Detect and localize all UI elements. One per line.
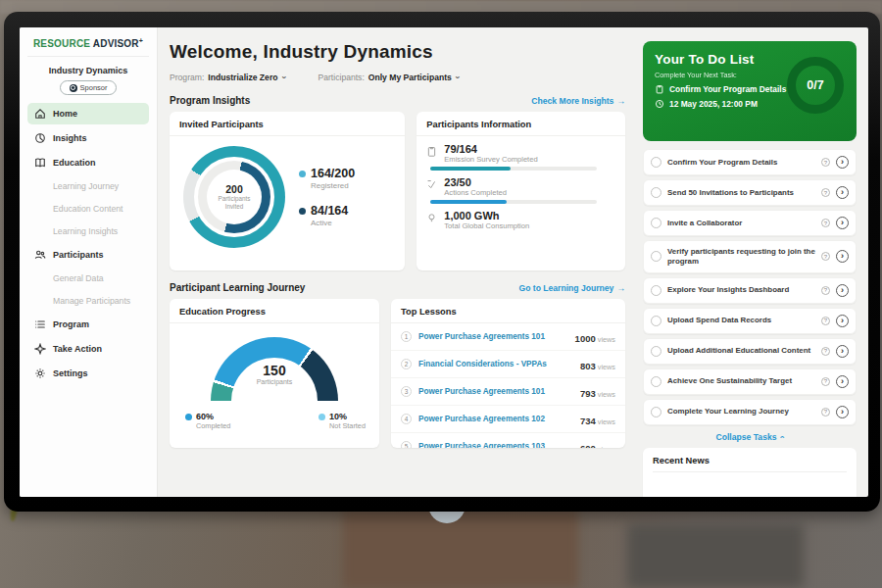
dashboard-screen: RESOURCE ADVISOR+ Industry Dynamics Spon… [20,27,868,497]
active-dot-icon [299,208,306,215]
recent-news-title: Recent News [653,456,847,472]
app-logo: RESOURCE ADVISOR+ [27,37,149,57]
page-title: Welcome, Industry Dynamics [170,41,625,63]
help-icon[interactable]: ? [821,317,830,325]
donut-center-label: Participants Invited [214,195,255,211]
task-row[interactable]: Verify participants requesting to join t… [643,240,857,273]
chevron-right-icon[interactable]: › [836,186,849,199]
sidebar-item-education-content[interactable]: Education Content [27,199,149,219]
lesson-link[interactable]: Power Purchase Agreements 101 [418,387,573,396]
card-title: Invited Participants [170,112,405,136]
emission-progress-bar [430,167,597,171]
take-action-icon [34,343,46,355]
settings-icon [34,368,46,379]
help-icon[interactable]: ? [821,377,830,386]
participants-select[interactable]: Participants:Only My Participants› [318,73,459,82]
task-checkbox[interactable] [651,407,662,417]
sidebar-item-settings[interactable]: Settings [27,363,149,384]
task-row[interactable]: Invite a Collaborator?› [643,210,857,236]
task-checkbox[interactable] [651,187,662,198]
sidebar-item-general-data[interactable]: General Data [27,269,149,288]
help-icon[interactable]: ? [821,408,830,416]
task-checkbox[interactable] [651,251,662,262]
chevron-right-icon[interactable]: › [836,217,849,229]
lesson-link[interactable]: Power Purchase Agreements 101 [418,332,568,341]
learning-journey-title: Participant Learning Journey [170,282,305,293]
logo-advisor: ADVISOR+ [93,38,143,49]
sidebar-item-learning-insights[interactable]: Learning Insights [27,221,149,241]
go-to-learning-journey-link[interactable]: Go to Learning Journey→ [518,283,625,293]
lesson-row: 2 Financial Considerations - VPPAs 803vi… [391,351,625,378]
lesson-row: 3 Power Purchase Agreements 101 793views [391,378,625,406]
chevron-down-icon: › [278,76,288,79]
todo-progress-ring: 0/7 [787,57,844,114]
donut-legend: 164/200 Registered 84/164 Active [299,167,355,227]
chevron-right-icon[interactable]: › [836,156,849,169]
background-window [627,524,804,588]
chevron-right-icon[interactable]: › [836,284,849,297]
chevron-right-icon[interactable]: › [836,345,849,358]
program-select[interactable]: Program:Industrialize Zero› [170,73,285,82]
program-insights-title: Program Insights [170,95,250,106]
task-checkbox[interactable] [651,346,662,357]
logo-resource: RESOURCE [33,38,90,49]
background-desk [343,510,578,588]
chevron-up-icon: › [777,435,787,438]
chevron-right-icon[interactable]: › [836,375,849,388]
sidebar-item-learning-journey[interactable]: Learning Journey [27,176,149,196]
sidebar-item-manage-participants[interactable]: Manage Participants [27,291,149,311]
task-row[interactable]: Achieve One Sustainability Target?› [643,368,857,395]
clipboard-icon [655,84,664,94]
help-icon[interactable]: ? [821,188,830,197]
main-content: Welcome, Industry Dynamics Program:Indus… [158,27,637,497]
help-icon[interactable]: ? [821,252,830,261]
task-row[interactable]: Confirm Your Program Details?› [643,149,857,175]
task-checkbox[interactable] [651,285,662,296]
chevron-right-icon[interactable]: › [836,315,849,327]
collapse-tasks-link[interactable]: Collapse Tasks› [643,432,857,442]
task-row[interactable]: Upload Spend Data Records?› [643,308,857,334]
sidebar-item-take-action[interactable]: Take Action [27,338,149,360]
task-row[interactable]: Send 50 Invitations to Participants?› [643,179,857,206]
lesson-link[interactable]: Power Purchase Agreements 102 [418,415,573,423]
sidebar-item-home[interactable]: Home [27,103,149,124]
sidebar-item-insights[interactable]: Insights [27,127,149,149]
help-icon[interactable]: ? [821,158,830,167]
actions-completed-row: 23/50 Actions Completed [426,176,613,204]
chevron-right-icon[interactable]: › [836,406,849,418]
recent-news-card: Recent News [643,448,857,497]
lesson-link[interactable]: Power Purchase Agreements 103 [418,442,573,448]
clock-icon [655,99,664,109]
check-more-insights-link[interactable]: Check More Insights→ [531,96,625,106]
participants-icon [34,249,46,261]
rank-badge: 1 [401,331,412,342]
sidebar-item-program[interactable]: Program [27,314,149,335]
card-title: Education Progress [170,299,379,323]
sponsor-badge[interactable]: Sponsor [60,80,117,95]
task-checkbox[interactable] [651,376,662,387]
help-icon[interactable]: ? [821,347,830,356]
program-icon [34,318,46,330]
education-progress-card: Education Progress 150 Participants 60% … [170,299,379,448]
task-checkbox[interactable] [651,218,662,228]
chevron-down-icon: › [452,76,462,79]
task-row[interactable]: Upload Additional Educational Content?› [643,338,857,365]
survey-icon [426,146,437,157]
task-row[interactable]: Explore Your Insights Dashboard?› [643,277,857,304]
lesson-link[interactable]: Financial Considerations - VPPAs [418,360,573,368]
sponsor-icon [70,84,77,92]
task-row[interactable]: Complete Your Learning Journey?› [643,399,857,425]
sidebar-item-participants[interactable]: Participants [27,244,149,266]
invited-participants-card: Invited Participants 200 Participants In… [170,112,405,270]
bulb-icon [426,213,437,223]
rank-badge: 5 [401,441,412,448]
chevron-right-icon[interactable]: › [836,250,849,263]
home-icon [34,108,46,120]
help-icon[interactable]: ? [821,286,830,295]
help-icon[interactable]: ? [821,219,830,227]
sidebar-item-education[interactable]: Education [27,152,149,173]
task-checkbox[interactable] [651,316,662,326]
task-checkbox[interactable] [651,157,662,168]
lessons-list: 1 Power Purchase Agreements 101 1000view… [391,323,625,448]
consumption-row: 1,000 GWh Total Global Consumption [426,210,613,233]
